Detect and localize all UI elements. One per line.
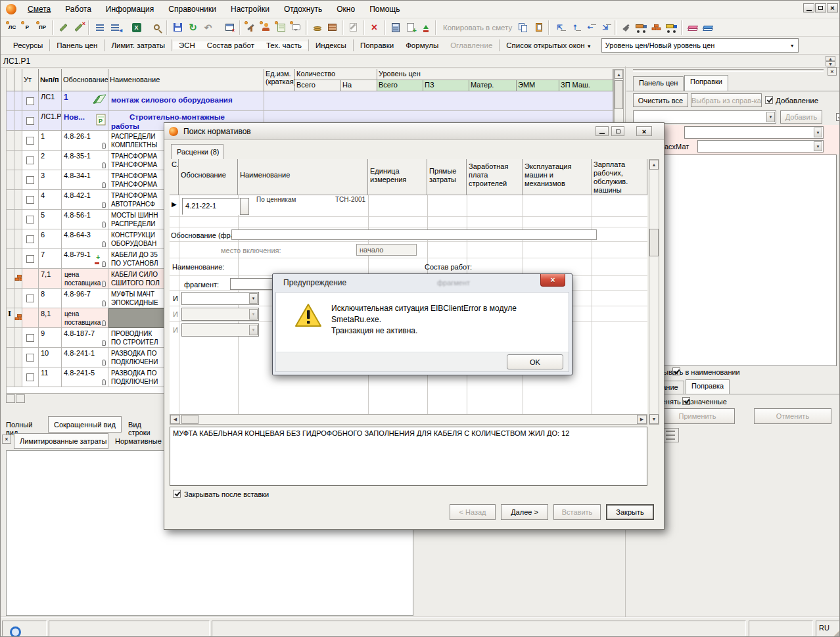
tab-normative[interactable]: Нормативные р <box>111 435 170 449</box>
grid-corner-tab[interactable] <box>16 394 25 403</box>
raskhmat-combo[interactable]: ▼ <box>697 140 824 153</box>
tab-esn[interactable]: ЭСН <box>173 41 201 49</box>
dialog-title-bar[interactable]: Поиск нормативов × <box>164 123 664 140</box>
menu-rabota[interactable]: Работа <box>58 5 99 14</box>
scroll-left-icon[interactable]: ◀ <box>170 415 180 424</box>
machines-icon[interactable] <box>618 20 634 35</box>
row-checkbox[interactable] <box>26 176 34 184</box>
row-checkbox[interactable] <box>26 255 34 263</box>
tab-rascenki[interactable]: Расценки (8) <box>171 144 223 160</box>
indent-up-icon[interactable]: ⇡ <box>567 20 582 35</box>
close-icon[interactable]: × <box>2 435 11 444</box>
tab-limited-costs[interactable]: Лимитированные затраты <box>14 433 108 449</box>
tab-correction[interactable]: Поправка <box>686 379 730 394</box>
outdent-last-icon[interactable]: ⇲ <box>597 20 613 35</box>
chevron-down-icon[interactable]: ▼ <box>766 112 775 122</box>
row-checkbox[interactable] <box>26 117 34 125</box>
dialog-h-scrollbar[interactable]: ◀ ▶ <box>170 414 647 425</box>
basis-edit-field[interactable]: 4.21-22-1 <box>182 198 240 215</box>
panel-grip[interactable] <box>633 69 824 72</box>
subsection-button[interactable]: ПР <box>35 20 50 35</box>
tab-short-view[interactable]: Сокращенный вид <box>48 416 122 433</box>
dialog-minimize-button[interactable] <box>595 126 609 136</box>
delete-pencil-icon[interactable]: × <box>71 20 86 35</box>
address-scroll-up[interactable]: ▲ <box>826 56 835 61</box>
dialog-scrollbar[interactable]: ▲ ▼ <box>649 159 659 425</box>
close-dialog-button[interactable]: Закрыть <box>606 504 654 520</box>
tab-line-view[interactable]: Вид строки <box>124 418 165 432</box>
excel-export-icon[interactable]: X <box>129 20 144 35</box>
close-icon[interactable]: × <box>828 67 837 76</box>
tab-formuly[interactable]: Формулы <box>400 41 444 49</box>
sort-updown-icon[interactable] <box>418 20 433 35</box>
row-checkbox[interactable] <box>26 373 34 381</box>
tab-price-panel[interactable]: Панель цен <box>633 76 684 91</box>
row-checkbox[interactable] <box>26 97 34 105</box>
menu-spravochniki[interactable]: Справочники <box>161 5 223 14</box>
book-blue-icon[interactable] <box>700 20 715 35</box>
tab-teh-chast[interactable]: Тех. часть <box>260 41 308 49</box>
calculator-icon[interactable] <box>388 20 403 35</box>
scroll-up-icon[interactable]: ▲ <box>615 70 623 79</box>
chevron-down-icon[interactable]: ▼ <box>814 141 822 151</box>
delivery-truck-icon[interactable] <box>664 20 679 35</box>
menu-nastroyki[interactable]: Настройки <box>223 5 277 14</box>
close-after-insert-checkbox[interactable] <box>173 490 181 498</box>
tab-indeksy[interactable]: Индексы <box>310 41 352 49</box>
local-estimate-button[interactable]: ЛС <box>5 20 20 35</box>
tab-panel-cen[interactable]: Панель цен <box>51 41 103 49</box>
outdent-left-icon[interactable]: ⇠ <box>582 20 597 35</box>
table-row[interactable]: ЛС1 1 монтаж силового оборудования <box>7 91 613 111</box>
coefficient-combo[interactable]: ▼ <box>684 126 824 139</box>
open-windows-menu[interactable]: Список открытых окон ▼ <box>500 41 597 49</box>
scroll-thumb[interactable] <box>649 229 659 256</box>
scroll-up-icon[interactable]: ▲ <box>649 160 659 170</box>
resources-comment-icon[interactable] <box>289 20 304 35</box>
scroll-down-icon[interactable]: ▼ <box>649 414 659 424</box>
row-checkbox[interactable] <box>26 295 34 302</box>
tab-corrections[interactable]: Поправки <box>684 75 728 91</box>
indent-first-icon[interactable]: ⇱ <box>552 20 567 35</box>
dialog-maximize-button[interactable] <box>611 126 624 136</box>
refresh-icon[interactable]: ↻ <box>185 20 200 35</box>
tab-sostav-rabot[interactable]: Состав работ <box>201 41 260 49</box>
undo-icon[interactable]: ↶ <box>200 20 216 35</box>
window-minimize-button[interactable] <box>803 3 814 12</box>
menu-pomosch[interactable]: Помощь <box>362 5 407 14</box>
address-scroll-down[interactable]: ▼ <box>826 61 835 66</box>
row-checkbox[interactable] <box>26 196 34 204</box>
grid-corner-tab[interactable] <box>6 394 15 403</box>
row-checkbox[interactable] <box>26 354 34 362</box>
clear-all-button[interactable]: Очистить все <box>633 93 688 107</box>
menu-okno[interactable]: Окно <box>329 5 362 14</box>
save-icon[interactable] <box>170 20 185 35</box>
search-icon[interactable] <box>149 20 164 35</box>
adding-checkbox[interactable] <box>765 96 773 104</box>
money-icon[interactable] <box>310 20 325 35</box>
scroll-thumb[interactable] <box>181 415 198 424</box>
menu-otdohnut[interactable]: Отдохнуть <box>277 5 329 14</box>
window-close-button[interactable]: × <box>827 3 838 12</box>
building-icon[interactable] <box>325 20 340 35</box>
window-restore-button[interactable] <box>815 3 826 12</box>
chevron-down-icon[interactable]: ▼ <box>814 128 822 137</box>
row-checkbox[interactable] <box>26 334 34 342</box>
add-position-icon[interactable]: + <box>403 20 418 35</box>
row-checkbox[interactable] <box>26 156 34 164</box>
tree-structure-icon[interactable] <box>92 20 107 35</box>
scroll-right-icon[interactable]: ▶ <box>637 415 647 424</box>
transport-truck-icon[interactable] <box>634 20 649 35</box>
menu-informaciya[interactable]: Информация <box>99 5 161 14</box>
ok-button[interactable]: OK <box>507 354 563 369</box>
tab-full-view[interactable]: Полный вид <box>2 418 45 432</box>
book-pink-icon[interactable] <box>685 20 700 35</box>
and-combo-1[interactable]: ▼ <box>181 292 259 305</box>
keyboard-lang-indicator[interactable]: RU <box>819 624 829 632</box>
resources-list-icon[interactable] <box>273 20 289 35</box>
row-checkbox[interactable] <box>26 235 34 243</box>
resources-worker-icon[interactable] <box>258 20 273 35</box>
delete-row-icon[interactable]: × <box>367 20 382 35</box>
tab-popravki[interactable]: Поправки <box>354 41 400 49</box>
result-text-area[interactable]: МУФТА КАБЕЛЬНАЯ КОНЦЕВАЯ БЕЗ ГИДРОФОБНОГ… <box>170 427 647 486</box>
section-button[interactable]: Р <box>20 20 35 35</box>
